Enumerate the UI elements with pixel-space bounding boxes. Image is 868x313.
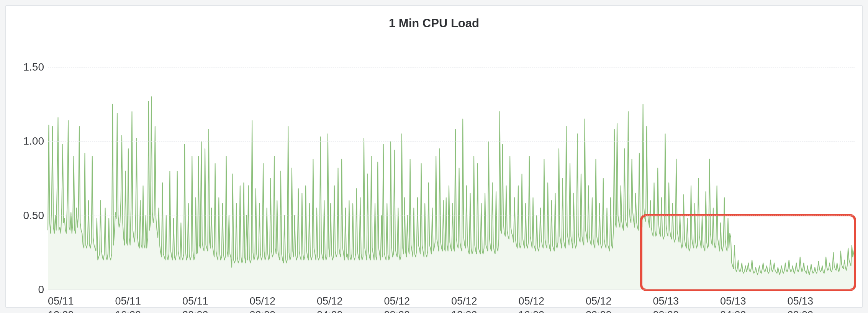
x-tick-label: 05/11 20:00 — [182, 294, 208, 313]
grid-line — [48, 67, 855, 68]
x-tick-label: 05/13 04:00 — [720, 294, 746, 313]
chart-panel: 1 Min CPU Load 00.501.001.50 05/11 12:00… — [5, 5, 863, 308]
plot-area: 00.501.001.50 — [48, 67, 855, 290]
grid-line — [48, 141, 855, 142]
x-tick-label: 05/12 16:00 — [519, 294, 545, 313]
x-tick-label: 05/12 08:00 — [384, 294, 410, 313]
y-tick-label: 1.50 — [17, 61, 44, 73]
chart-title: 1 Min CPU Load — [6, 6, 862, 30]
x-tick-label: 05/12 04:00 — [317, 294, 343, 313]
chart-series — [48, 67, 855, 290]
x-tick-label: 05/13 00:00 — [653, 294, 679, 313]
grid-line — [48, 290, 855, 290]
x-tick-label: 05/11 16:00 — [115, 294, 141, 313]
y-tick-label: 0.50 — [17, 209, 44, 222]
x-tick-label: 05/13 08:00 — [788, 294, 814, 313]
x-tick-label: 05/12 00:00 — [250, 294, 276, 313]
grid-line — [48, 216, 855, 216]
x-tick-label: 05/12 12:00 — [451, 294, 477, 313]
y-tick-label: 0 — [17, 283, 44, 296]
x-tick-label: 05/12 20:00 — [586, 294, 612, 313]
x-tick-label: 05/11 12:00 — [48, 294, 74, 313]
y-tick-label: 1.00 — [17, 135, 44, 147]
